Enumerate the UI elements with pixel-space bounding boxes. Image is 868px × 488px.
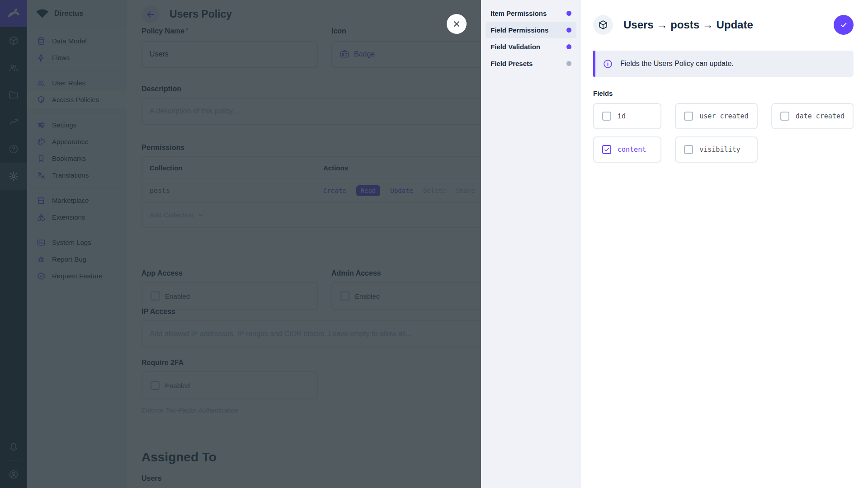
drawer-tab-field-permissions[interactable]: Field Permissions: [486, 22, 576, 38]
drawer-tab-field-validation[interactable]: Field Validation: [486, 38, 576, 55]
drawer-tab-field-presets[interactable]: Field Presets: [486, 55, 576, 72]
field-option-content[interactable]: content: [593, 136, 661, 163]
info-banner: Fields the Users Policy can update.: [593, 51, 854, 77]
field-option-label: user_created: [699, 112, 748, 120]
drawer-title: Users → posts → Update: [623, 19, 753, 31]
banner-text: Fields the Users Policy can update.: [620, 60, 734, 68]
status-dot: [566, 44, 571, 49]
checkbox[interactable]: [684, 112, 693, 121]
drawer-tab-item-permissions[interactable]: Item Permissions: [486, 5, 576, 22]
drawer-tab-label: Field Validation: [491, 43, 540, 51]
field-option-label: date_created: [796, 112, 844, 120]
field-option-label: content: [618, 145, 646, 154]
fields-checkbox-grid: id user_created date_created content vis…: [593, 103, 854, 163]
field-option-date-created[interactable]: date_created: [771, 103, 854, 129]
save-button[interactable]: [834, 15, 854, 35]
field-option-label: visibility: [699, 145, 740, 154]
status-dot: [566, 61, 571, 66]
directus-app: Directus Data Model Flows User Roles: [0, 0, 868, 488]
field-option-label: id: [618, 112, 626, 120]
status-dot: [566, 11, 571, 16]
drawer-tab-label: Field Presets: [491, 60, 533, 67]
drawer-nav-panel: Item Permissions Field Permissions Field…: [481, 0, 581, 488]
drawer-tab-label: Item Permissions: [491, 9, 547, 17]
close-icon: [452, 19, 461, 28]
drawer-close-button[interactable]: [447, 14, 467, 34]
check-icon: [839, 20, 848, 29]
checkbox[interactable]: [602, 112, 611, 121]
drawer-panel: Users → posts → Update Fields the Users …: [581, 0, 868, 488]
fields-section-label: Fields: [593, 89, 613, 97]
checkbox-checked[interactable]: [602, 145, 611, 154]
field-option-id[interactable]: id: [593, 103, 661, 129]
cube-icon: [598, 19, 609, 30]
info-icon: [603, 59, 613, 69]
drawer-tab-label: Field Permissions: [491, 26, 548, 34]
status-dot: [566, 28, 571, 33]
checkbox[interactable]: [780, 112, 789, 121]
drawer-header-icon-circle: [593, 15, 613, 35]
field-option-user-created[interactable]: user_created: [675, 103, 757, 129]
field-option-visibility[interactable]: visibility: [675, 136, 757, 163]
modal-overlay[interactable]: [0, 0, 481, 488]
checkbox[interactable]: [684, 145, 693, 154]
